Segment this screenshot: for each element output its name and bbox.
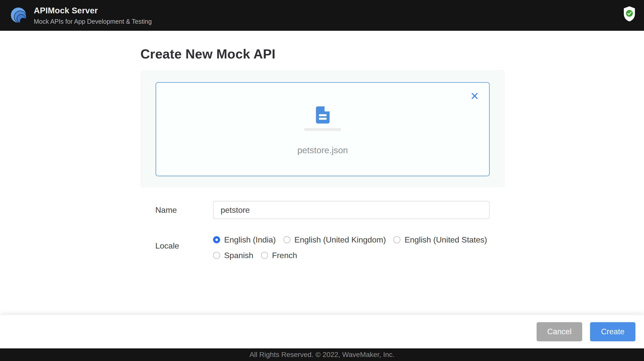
- upload-file-card[interactable]: ✕ petstore.json: [156, 82, 490, 176]
- radio-icon[interactable]: [213, 236, 220, 243]
- radio-icon[interactable]: [283, 236, 290, 243]
- locale-radio-option[interactable]: English (United Kingdom): [283, 233, 386, 246]
- locale-field-row: Locale English (India) English (United K…: [140, 233, 505, 262]
- locale-label: Locale: [155, 241, 213, 251]
- app-subtitle: Mock APIs for App Development & Testing: [34, 18, 152, 25]
- upload-dropzone: ✕ petstore.json: [140, 70, 505, 188]
- locale-radio-option[interactable]: English (United States): [393, 233, 487, 246]
- locale-radio-label: Spanish: [224, 251, 253, 260]
- cancel-button[interactable]: Cancel: [537, 322, 582, 341]
- wavemaker-logo-icon: [11, 6, 27, 25]
- locale-radio-label: English (United States): [404, 235, 487, 245]
- uploaded-filename: petstore.json: [297, 145, 348, 155]
- radio-icon[interactable]: [393, 236, 400, 243]
- copyright-bar: All Rights Reserved. © 2022, WaveMaker, …: [0, 348, 644, 361]
- document-icon: [316, 106, 330, 124]
- page-title: Create New Mock API: [140, 46, 505, 62]
- locale-radio-label: French: [272, 251, 297, 260]
- header-text: APIMock Server Mock APIs for App Develop…: [34, 6, 152, 25]
- locale-radio-option[interactable]: English (India): [213, 233, 276, 246]
- locale-radio-option[interactable]: French: [261, 249, 297, 262]
- copyright-text: All Rights Reserved. © 2022, WaveMaker, …: [249, 351, 394, 359]
- radio-icon[interactable]: [261, 252, 268, 259]
- locale-radio-label: English (United Kingdom): [295, 235, 386, 245]
- app-header: APIMock Server Mock APIs for App Develop…: [0, 0, 644, 31]
- radio-icon[interactable]: [213, 252, 220, 259]
- content-column: Create New Mock API ✕: [140, 31, 505, 262]
- locale-radio-option[interactable]: Spanish: [213, 249, 253, 262]
- create-button[interactable]: Create: [590, 322, 635, 341]
- main-content: Create New Mock API ✕: [0, 31, 644, 315]
- name-label: Name: [155, 205, 213, 215]
- name-field-row: Name: [140, 201, 505, 219]
- locale-options: English (India) English (United Kingdom)…: [213, 233, 490, 262]
- action-bar: Cancel Create: [0, 315, 644, 348]
- app-title: APIMock Server: [34, 6, 152, 15]
- security-shield-icon[interactable]: [623, 6, 635, 22]
- locale-radio-label: English (India): [224, 235, 276, 245]
- upload-file-preview: petstore.json: [156, 83, 489, 176]
- name-input[interactable]: [213, 201, 490, 219]
- upload-progress-track: [304, 128, 341, 131]
